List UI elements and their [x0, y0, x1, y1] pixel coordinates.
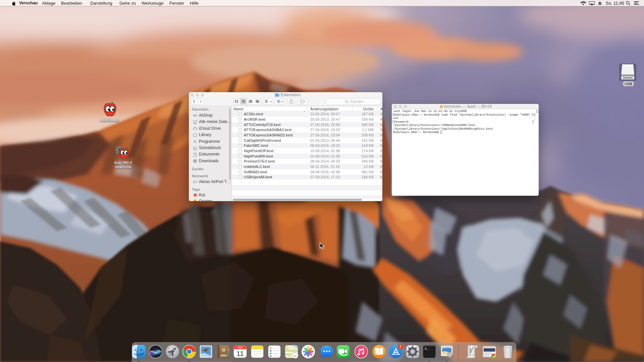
- svg-text:3D: 3D: [294, 355, 297, 358]
- svg-text:DEZ: DEZ: [238, 346, 243, 349]
- svg-text:>_: >_: [425, 347, 429, 351]
- svg-text:11: 11: [236, 350, 244, 357]
